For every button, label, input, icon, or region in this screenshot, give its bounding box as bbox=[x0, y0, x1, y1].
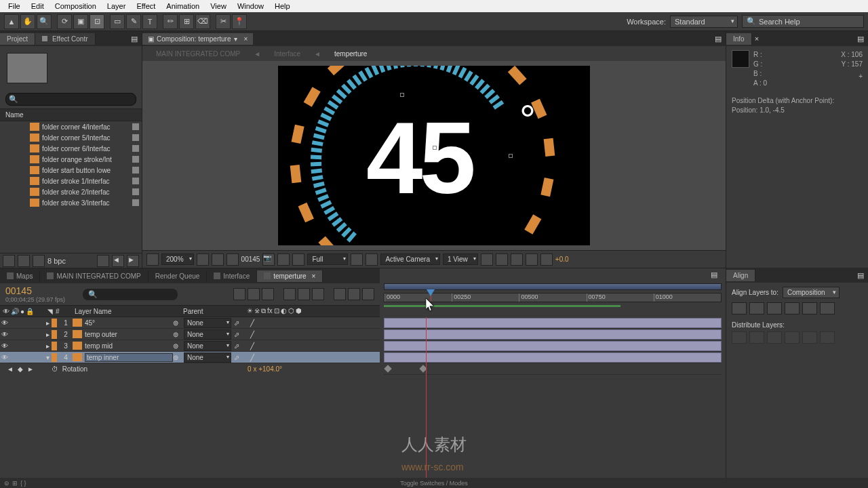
mask-icon[interactable] bbox=[226, 253, 239, 266]
current-frame[interactable]: 00145 bbox=[241, 256, 260, 263]
switch-quality-icon[interactable]: ╱ bbox=[250, 331, 254, 338]
switch-col-icon[interactable]: ⊡ bbox=[274, 307, 279, 315]
menu-edit[interactable]: Edit bbox=[26, 2, 50, 10]
snapshot-icon[interactable]: 📷 bbox=[262, 253, 275, 266]
switch-col-icon[interactable]: ◐ bbox=[281, 307, 287, 315]
switch-col-icon[interactable]: fx bbox=[267, 307, 273, 315]
layer-switches-icon[interactable] bbox=[362, 288, 374, 300]
interpret-footage-icon[interactable] bbox=[3, 255, 15, 267]
align-to-dropdown[interactable]: Composition bbox=[783, 287, 840, 298]
panel-menu-icon[interactable]: ▤ bbox=[853, 271, 868, 280]
hand-tool-icon[interactable]: ✋ bbox=[20, 14, 35, 29]
menu-window[interactable]: Window bbox=[232, 2, 269, 10]
project-item[interactable]: folder corner 5/Interfac bbox=[0, 132, 142, 143]
toggle-switches-button[interactable]: Toggle Switches / Modes bbox=[400, 480, 468, 487]
lock-column-icon[interactable]: 🔒 bbox=[26, 308, 34, 315]
camera-dropdown[interactable]: Active Camera bbox=[380, 253, 440, 265]
composition-canvas[interactable]: 45 ° bbox=[278, 66, 590, 245]
tab-effect-controls[interactable]: Effect Contr bbox=[35, 33, 95, 45]
timeline-tab-render[interactable]: Render Queue bbox=[149, 270, 208, 282]
timeline-tab-main[interactable]: MAIN INTEGRATED COMP bbox=[40, 270, 148, 282]
puppet-tool-icon[interactable]: 📍 bbox=[232, 14, 247, 29]
tab-info[interactable]: Info bbox=[726, 33, 752, 45]
panel-menu-icon[interactable]: ▤ bbox=[127, 35, 142, 43]
menu-file[interactable]: File bbox=[3, 2, 26, 10]
timeline-layer-row[interactable]: 👁 ▸ 1 45° ⊚ None ⬀╱ bbox=[0, 317, 380, 329]
project-item[interactable]: folder stroke 1/Interfac bbox=[0, 176, 142, 186]
switch-col-icon[interactable]: ⬡ bbox=[288, 307, 294, 315]
view-dropdown[interactable]: 1 View bbox=[443, 253, 478, 265]
align-vcenter-icon[interactable] bbox=[802, 302, 817, 314]
layer-duration-bar[interactable] bbox=[384, 318, 722, 328]
visibility-toggle[interactable]: 👁 bbox=[0, 342, 9, 350]
color-mgmt-icon[interactable] bbox=[292, 253, 304, 266]
playhead[interactable] bbox=[431, 293, 431, 302]
project-item[interactable]: folder stroke 2/Interfac bbox=[0, 186, 142, 197]
timeline-tab-interface[interactable]: Interface bbox=[207, 270, 257, 282]
project-name-column[interactable]: Name bbox=[0, 108, 142, 121]
parent-dropdown[interactable]: None bbox=[184, 341, 231, 351]
keyframe-marker[interactable] bbox=[384, 365, 391, 372]
search-help-input[interactable]: 🔍 Search Help bbox=[742, 15, 864, 28]
brainstorm-icon[interactable] bbox=[312, 288, 324, 300]
align-right-icon[interactable] bbox=[767, 302, 782, 314]
workspace-dropdown[interactable]: Standard bbox=[670, 16, 738, 28]
panel-menu-icon[interactable]: ▤ bbox=[853, 35, 868, 43]
layer-duration-bar[interactable] bbox=[384, 352, 722, 363]
auto-keyframe-icon[interactable] bbox=[334, 288, 346, 300]
time-ruler[interactable]: 0000 00250 00500 00750 01000 bbox=[384, 293, 722, 302]
close-icon[interactable]: × bbox=[752, 35, 762, 43]
graph-editor-icon[interactable] bbox=[348, 288, 360, 300]
solo-column-icon[interactable]: ● bbox=[20, 308, 24, 315]
timeline-layer-row[interactable]: 👁 ▾ 4 temp inner ⊚ None ⬀╱ bbox=[0, 352, 380, 363]
status-icon[interactable]: ⊚ bbox=[4, 480, 9, 487]
draft-3d-icon[interactable] bbox=[248, 288, 260, 300]
align-hcenter-icon[interactable] bbox=[749, 302, 764, 314]
menu-composition[interactable]: Composition bbox=[50, 2, 102, 10]
comp-mini-flowchart-icon[interactable] bbox=[233, 288, 245, 300]
timeline-tab-maps[interactable]: Maps bbox=[0, 270, 40, 282]
visibility-toggle[interactable]: 👁 bbox=[0, 354, 9, 361]
parent-dropdown[interactable]: None bbox=[184, 318, 231, 328]
pan-behind-tool-icon[interactable]: ⊡ bbox=[90, 14, 104, 29]
motion-blur-icon[interactable] bbox=[298, 288, 310, 300]
switch-col-icon[interactable]: ⬢ bbox=[296, 307, 302, 315]
timeline-tracks[interactable] bbox=[384, 317, 722, 478]
align-bottom-icon[interactable] bbox=[820, 302, 835, 314]
pickwhip-icon[interactable]: ⊚ bbox=[173, 354, 178, 361]
flowchart-icon[interactable] bbox=[526, 253, 538, 266]
status-icon[interactable]: ⊞ bbox=[12, 480, 18, 487]
timeline-layer-row[interactable]: 👁 ▸ 2 temp outer ⊚ None ⬀╱ bbox=[0, 329, 380, 340]
pickwhip-icon[interactable]: ⊚ bbox=[173, 319, 178, 327]
selection-tool-icon[interactable]: ▲ bbox=[4, 14, 19, 29]
switch-shy-icon[interactable]: ⬀ bbox=[234, 354, 239, 361]
current-timecode[interactable]: 00145 bbox=[5, 285, 65, 296]
delete-icon[interactable] bbox=[97, 255, 109, 267]
project-item[interactable]: folder start button lowe bbox=[0, 165, 142, 176]
switch-col-icon[interactable]: ⧉ bbox=[261, 307, 266, 315]
label-column-icon[interactable]: ◥ bbox=[47, 308, 53, 315]
visibility-toggle[interactable]: 👁 bbox=[0, 319, 9, 327]
tab-dropdown-icon[interactable]: ▾ bbox=[234, 35, 237, 43]
camera-tool-icon[interactable]: ▣ bbox=[73, 14, 88, 29]
layer-duration-bar[interactable] bbox=[384, 329, 722, 340]
twirl-icon[interactable]: ▸ bbox=[46, 319, 50, 327]
brush-tool-icon[interactable]: ✏ bbox=[163, 14, 178, 29]
prev-icon[interactable]: ◄ bbox=[112, 255, 124, 267]
layer-name[interactable]: temp mid bbox=[85, 342, 173, 350]
layer-handle[interactable] bbox=[509, 154, 513, 158]
composition-tab[interactable]: ▣ Composition: temperture ▾ × bbox=[142, 33, 253, 45]
switch-col-icon[interactable]: ☀ bbox=[247, 307, 253, 315]
property-name[interactable]: Rotation bbox=[62, 365, 87, 373]
pickwhip-icon[interactable]: ⊚ bbox=[173, 342, 178, 350]
project-item[interactable]: folder corner 4/Interfac bbox=[0, 121, 142, 132]
menu-view[interactable]: View bbox=[205, 2, 232, 10]
next-icon[interactable]: ► bbox=[127, 255, 139, 267]
transparency-icon[interactable] bbox=[366, 253, 378, 266]
close-icon[interactable]: × bbox=[312, 272, 316, 280]
visibility-toggle[interactable]: 👁 bbox=[0, 331, 9, 338]
property-value[interactable]: 0 x +104.0° bbox=[248, 365, 282, 373]
zoom-dropdown[interactable]: 200% bbox=[161, 253, 194, 265]
anchor-point-icon[interactable] bbox=[433, 146, 437, 150]
twirl-icon[interactable]: ▸ bbox=[46, 342, 50, 350]
